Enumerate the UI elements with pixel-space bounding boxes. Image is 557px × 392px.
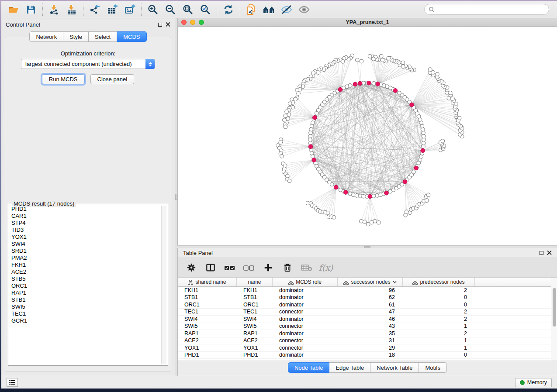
dominator-node[interactable] [338, 87, 343, 92]
export-image-button[interactable] [121, 2, 138, 17]
apply-layout-button[interactable] [220, 2, 237, 17]
column-header-successor-nodes[interactable]: successor nodes [338, 278, 403, 286]
leaf-node[interactable] [426, 193, 430, 197]
leaf-node[interactable] [288, 102, 292, 106]
splitter-handle[interactable] [175, 194, 177, 200]
leaf-node[interactable] [405, 210, 408, 214]
tab-network-table[interactable]: Network Table [370, 362, 419, 373]
table-cell[interactable]: dominator [273, 301, 338, 308]
run-mcds-button[interactable]: Run MCDS [42, 74, 85, 84]
leaf-node[interactable] [287, 179, 291, 183]
mcds-result-item[interactable]: SWI4 [10, 241, 161, 248]
table-cell[interactable]: SWI5 [178, 323, 237, 330]
table-cell[interactable]: 1 [403, 344, 475, 351]
close-window-button[interactable] [181, 20, 187, 25]
mcds-result-item[interactable]: FKH1 [10, 261, 161, 268]
table-cell[interactable]: 2 [403, 287, 475, 294]
dominator-node[interactable] [384, 191, 389, 195]
table-cell[interactable]: ACE2 [178, 337, 237, 344]
dominator-node[interactable] [308, 144, 313, 149]
table-row[interactable]: ACE2ACE2connector311 [178, 337, 551, 345]
leaf-node[interactable] [294, 97, 298, 101]
dominator-node[interactable] [403, 180, 407, 184]
mcds-result-item[interactable]: SRD1 [10, 248, 161, 254]
criterion-select[interactable]: largest connected component (undirected) [21, 59, 155, 69]
table-cell[interactable]: dominator [273, 352, 338, 359]
hide-selected-button[interactable] [278, 2, 295, 17]
table-cell[interactable]: connector [273, 337, 338, 344]
delete-table-button[interactable] [299, 260, 314, 275]
deselect-all-button[interactable] [242, 260, 256, 275]
ring-node[interactable] [422, 134, 426, 138]
table-row[interactable]: SWI4SWI4dominator462 [178, 316, 551, 323]
mcds-result-item[interactable]: PHD1 [10, 206, 161, 213]
leaf-node[interactable] [360, 219, 363, 223]
leaf-node[interactable] [287, 113, 291, 117]
table-settings-button[interactable] [184, 260, 199, 275]
dominator-node[interactable] [313, 115, 317, 120]
zoom-in-button[interactable] [144, 2, 162, 17]
delete-row-button[interactable] [280, 260, 295, 275]
ring-node[interactable] [422, 131, 426, 135]
leaf-node[interactable] [355, 58, 359, 62]
ring-node[interactable] [315, 111, 319, 115]
table-cell[interactable]: PHD1 [237, 352, 273, 359]
table-cell[interactable]: FKH1 [237, 287, 273, 294]
select-all-button[interactable] [222, 260, 237, 275]
leaf-node[interactable] [429, 68, 432, 72]
dominator-node[interactable] [393, 89, 398, 93]
ring-node[interactable] [422, 144, 426, 148]
add-row-button[interactable] [261, 260, 276, 275]
table-cell[interactable]: 96 [338, 287, 403, 294]
mcds-result-item[interactable]: PMA2 [10, 254, 161, 261]
leaf-node[interactable] [373, 219, 377, 223]
search-input[interactable] [437, 7, 545, 13]
import-table-button[interactable] [63, 2, 80, 17]
ring-node[interactable] [422, 141, 426, 145]
dominator-node[interactable] [367, 81, 371, 85]
mcds-result-item[interactable]: STB5 [10, 275, 161, 282]
show-tasks-button[interactable] [7, 378, 18, 387]
dominator-node[interactable] [358, 81, 362, 86]
leaf-node[interactable] [332, 216, 336, 220]
mcds-result-item[interactable]: GCR1 [10, 317, 161, 324]
table-cell[interactable]: RAP1 [178, 330, 237, 337]
table-cell[interactable]: FKH1 [178, 287, 237, 294]
table-cell[interactable]: STB1 [237, 294, 273, 301]
splitter-handle[interactable] [364, 246, 370, 248]
float-panel-icon[interactable] [158, 23, 162, 27]
save-session-button[interactable] [22, 2, 40, 17]
table-cell[interactable]: SWI4 [237, 316, 273, 323]
leaf-node[interactable] [279, 141, 283, 144]
table-cell[interactable]: 31 [338, 337, 403, 344]
mcds-result-item[interactable]: CAR1 [10, 213, 161, 220]
table-cell[interactable]: 29 [338, 344, 403, 351]
table-cell[interactable]: 2 [403, 330, 475, 337]
table-cell[interactable]: YOX1 [178, 344, 237, 351]
horizontal-splitter[interactable] [177, 245, 557, 248]
table-cell[interactable]: connector [273, 323, 338, 330]
table-cell[interactable]: 0 [403, 294, 475, 301]
leaf-node[interactable] [363, 220, 367, 224]
table-row[interactable]: ORC1ORC1dominator610 [178, 301, 551, 309]
tab-style[interactable]: Style [63, 31, 89, 42]
leaf-node[interactable] [297, 92, 301, 96]
mcds-result-item[interactable]: TEC1 [10, 310, 161, 317]
table-cell[interactable]: RAP1 [237, 330, 273, 337]
export-network-button[interactable] [86, 2, 104, 17]
table-cell[interactable]: ACE2 [237, 337, 273, 344]
table-cell[interactable]: TEC1 [237, 309, 273, 316]
table-row[interactable]: RAP1RAP1dominator352 [178, 330, 551, 337]
ring-node[interactable] [358, 194, 362, 198]
dominator-node[interactable] [368, 194, 372, 199]
column-header-mcds-role[interactable]: MCDS role [273, 278, 338, 286]
table-cell[interactable]: 35 [338, 330, 403, 337]
ring-node[interactable] [330, 182, 334, 186]
mcds-result-item[interactable]: ACE2 [10, 268, 161, 275]
column-header-predecessor-nodes[interactable]: predecessor nodes [403, 278, 475, 286]
table-row[interactable]: SWI5SWI5connector431 [178, 323, 551, 330]
leaf-node[interactable] [425, 199, 429, 203]
mcds-result-item[interactable]: STB1 [10, 296, 161, 303]
table-row[interactable]: YOX1YOX1connector291 [178, 344, 551, 352]
leaf-node[interactable] [295, 88, 299, 92]
